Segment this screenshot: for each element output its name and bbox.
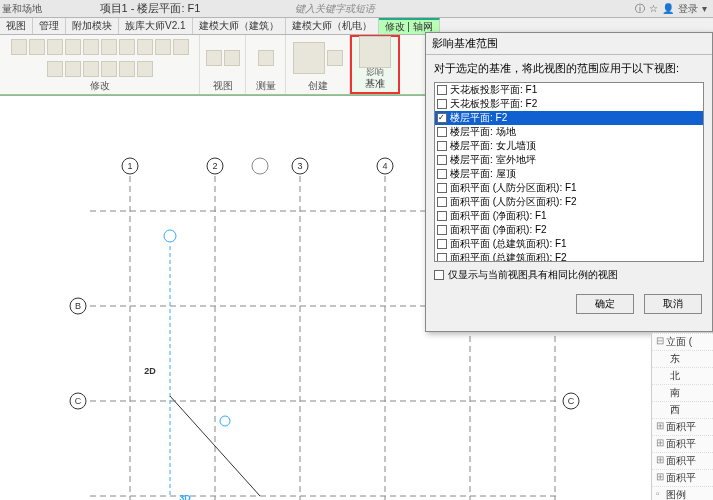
- btn-label: 影响: [366, 68, 384, 77]
- view-name: 面积平面 (总建筑面积): F1: [450, 237, 567, 251]
- checkbox[interactable]: [437, 183, 447, 193]
- panel-label: 基准: [365, 77, 385, 91]
- checkbox[interactable]: [437, 239, 447, 249]
- project-browser[interactable]: ⊟立面 ( 东 北 南 西 ⊞面积平 ⊞面积平 ⊞面积平 ⊞面积平 ▫图例 ⊞明…: [651, 332, 713, 500]
- tool-icon[interactable]: [83, 39, 99, 55]
- browser-item: 西: [652, 401, 713, 418]
- tool-icon[interactable]: [29, 39, 45, 55]
- dialog-message: 对于选定的基准，将此视图的范围应用于以下视图:: [426, 55, 712, 78]
- view-name: 楼层平面: 场地: [450, 125, 516, 139]
- view-list-item[interactable]: 天花板投影平面: F2: [435, 97, 703, 111]
- tool-icon[interactable]: [119, 61, 135, 77]
- checkbox[interactable]: [437, 141, 447, 151]
- grid-bubble[interactable]: 1: [127, 161, 132, 171]
- grid-bubble[interactable]: C: [75, 396, 82, 406]
- help-icon[interactable]: ▾: [702, 3, 707, 14]
- browser-item: 北: [652, 367, 713, 384]
- browser-item: 东: [652, 350, 713, 367]
- view-list-item[interactable]: 楼层平面: 屋顶: [435, 167, 703, 181]
- view-name: 面积平面 (净面积): F1: [450, 209, 547, 223]
- extent-3d-label[interactable]: 3D: [179, 493, 191, 500]
- checkbox[interactable]: [437, 197, 447, 207]
- grid-bubble[interactable]: 2: [212, 161, 217, 171]
- tab-mepmaster[interactable]: 建模大师（机电）: [286, 18, 379, 34]
- view-list-item[interactable]: 面积平面 (人防分区面积): F1: [435, 181, 703, 195]
- panel-modify: 修改: [0, 35, 200, 94]
- view-list-item[interactable]: 面积平面 (净面积): F1: [435, 209, 703, 223]
- view-name: 面积平面 (总建筑面积): F2: [450, 251, 567, 262]
- dialog-title[interactable]: 影响基准范围: [426, 33, 712, 55]
- tool-icon[interactable]: [119, 39, 135, 55]
- tool-icon[interactable]: [65, 39, 81, 55]
- view-list-item[interactable]: 楼层平面: F2: [435, 111, 703, 125]
- panel-label: 测量: [256, 79, 276, 93]
- panel-create: 创建: [286, 35, 350, 94]
- cancel-button[interactable]: 取消: [644, 294, 702, 314]
- checkbox[interactable]: [437, 85, 447, 95]
- checkbox[interactable]: [437, 155, 447, 165]
- tool-icon[interactable]: [206, 50, 222, 66]
- checkbox[interactable]: [437, 113, 447, 123]
- view-list-item[interactable]: 面积平面 (净面积): F2: [435, 223, 703, 237]
- title-bar: 量和场地 项目1 - 楼层平面: F1 键入关键字或短语 ⓘ ☆ 👤 登录 ▾: [0, 0, 713, 18]
- option-label: 仅显示与当前视图具有相同比例的视图: [448, 268, 618, 282]
- svg-point-24: [220, 416, 230, 426]
- tab-manage[interactable]: 管理: [33, 18, 66, 34]
- view-name: 面积平面 (人防分区面积): F1: [450, 181, 577, 195]
- view-list-item[interactable]: 楼层平面: 室外地坪: [435, 153, 703, 167]
- view-list-item[interactable]: 天花板投影平面: F1: [435, 83, 703, 97]
- view-list-item[interactable]: 面积平面 (总建筑面积): F2: [435, 251, 703, 262]
- tool-icon[interactable]: [47, 61, 63, 77]
- checkbox[interactable]: [437, 253, 447, 262]
- same-scale-option[interactable]: 仅显示与当前视图具有相同比例的视图: [426, 262, 712, 288]
- views-list[interactable]: 天花板投影平面: F1天花板投影平面: F2楼层平面: F2楼层平面: 场地楼层…: [434, 82, 704, 262]
- browser-node: ⊟立面 (: [652, 333, 713, 350]
- grid-bubble[interactable]: C: [568, 396, 575, 406]
- view-name: 楼层平面: 室外地坪: [450, 153, 536, 167]
- browser-item: 南: [652, 384, 713, 401]
- grid-bubble[interactable]: 4: [382, 161, 387, 171]
- checkbox[interactable]: [437, 211, 447, 221]
- view-list-item[interactable]: 楼层平面: 场地: [435, 125, 703, 139]
- checkbox[interactable]: [437, 169, 447, 179]
- tool-icon[interactable]: [258, 50, 274, 66]
- checkbox[interactable]: [437, 127, 447, 137]
- propagate-extents-icon[interactable]: [359, 36, 391, 68]
- tool-icon[interactable]: [327, 50, 343, 66]
- ok-button[interactable]: 确定: [576, 294, 634, 314]
- tab-addins[interactable]: 附加模块: [66, 18, 119, 34]
- browser-node: ⊞面积平: [652, 452, 713, 469]
- view-list-item[interactable]: 楼层平面: 女儿墙顶: [435, 139, 703, 153]
- tab-view[interactable]: 视图: [0, 18, 33, 34]
- extent-2d-label[interactable]: 2D: [144, 366, 156, 376]
- star-icon[interactable]: ☆: [649, 3, 658, 14]
- user-icon[interactable]: 👤: [662, 3, 674, 14]
- browser-node: ▫图例: [652, 486, 713, 500]
- tool-icon[interactable]: [293, 42, 325, 74]
- grid-bubble[interactable]: 3: [297, 161, 302, 171]
- tab-archmaster[interactable]: 建模大师（建筑）: [193, 18, 286, 34]
- tool-icon[interactable]: [155, 39, 171, 55]
- tool-icon[interactable]: [83, 61, 99, 77]
- svg-point-25: [252, 158, 268, 174]
- edge-tab[interactable]: 量和场地: [0, 2, 60, 16]
- tool-icon[interactable]: [224, 50, 240, 66]
- tool-icon[interactable]: [137, 39, 153, 55]
- tool-icon[interactable]: [47, 39, 63, 55]
- checkbox[interactable]: [437, 99, 447, 109]
- search-placeholder[interactable]: 键入关键字或短语: [240, 2, 430, 16]
- login-link[interactable]: 登录: [678, 2, 698, 16]
- tab-famlib[interactable]: 族库大师V2.1: [119, 18, 193, 34]
- view-list-item[interactable]: 面积平面 (人防分区面积): F2: [435, 195, 703, 209]
- tool-icon[interactable]: [173, 39, 189, 55]
- checkbox[interactable]: [434, 270, 444, 280]
- tool-icon[interactable]: [137, 61, 153, 77]
- info-icon[interactable]: ⓘ: [635, 2, 645, 16]
- tool-icon[interactable]: [11, 39, 27, 55]
- grid-bubble[interactable]: B: [75, 301, 81, 311]
- tool-icon[interactable]: [65, 61, 81, 77]
- tool-icon[interactable]: [101, 39, 117, 55]
- view-list-item[interactable]: 面积平面 (总建筑面积): F1: [435, 237, 703, 251]
- checkbox[interactable]: [437, 225, 447, 235]
- tool-icon[interactable]: [101, 61, 117, 77]
